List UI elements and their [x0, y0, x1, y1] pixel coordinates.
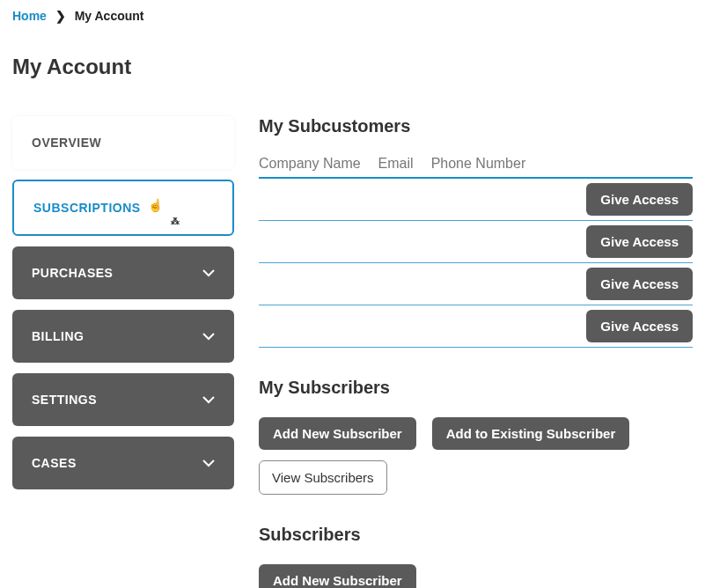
nav-purchases-label: PURCHASES	[32, 266, 113, 280]
give-access-button[interactable]: Give Access	[586, 183, 693, 216]
page-title: My Account	[12, 55, 693, 79]
chevron-down-icon	[202, 330, 215, 342]
nav-settings-label: SETTINGS	[32, 393, 97, 407]
add-to-existing-subscriber-button[interactable]: Add to Existing Subscriber	[432, 417, 630, 450]
nav-cases[interactable]: CASES	[12, 437, 234, 489]
nav-settings[interactable]: SETTINGS	[12, 373, 234, 426]
nav-cases-label: CASES	[32, 456, 77, 470]
give-access-button[interactable]: Give Access	[586, 310, 693, 342]
add-new-subscriber-button[interactable]: Add New Subscriber	[259, 417, 416, 450]
col-company: Company Name	[259, 156, 361, 172]
main-content: My Subcustomers Company Name Email Phone…	[259, 116, 693, 588]
table-row: Give Access	[259, 221, 693, 263]
col-email: Email	[378, 156, 414, 172]
table-row: Give Access	[259, 263, 693, 305]
subscribers-title: My Subscribers	[259, 378, 693, 398]
breadcrumb-current: My Account	[75, 9, 144, 23]
sidebar: OVERVIEW SUBSCRIPTIONS ☝ ⁂ PURCHASES BIL…	[12, 116, 234, 588]
view-subscribers-button[interactable]: View Subscribers	[259, 460, 387, 495]
chevron-down-icon	[202, 393, 215, 406]
nav-subscriptions-label: SUBSCRIPTIONS	[33, 201, 141, 215]
chevron-down-icon	[202, 267, 215, 279]
add-new-subscriber-button-2[interactable]: Add New Subscriber	[259, 564, 416, 588]
table-row: Give Access	[259, 179, 693, 221]
cursor-icon: ☝	[148, 198, 164, 212]
give-access-button[interactable]: Give Access	[586, 225, 693, 258]
col-phone: Phone Number	[431, 156, 526, 172]
nav-subscriptions[interactable]: SUBSCRIPTIONS ☝ ⁂	[12, 180, 234, 236]
breadcrumb-home-link[interactable]: Home	[12, 9, 47, 23]
nav-overview-label: OVERVIEW	[32, 136, 101, 150]
nav-billing[interactable]: BILLING	[12, 310, 234, 363]
breadcrumb: Home ❯ My Account	[12, 9, 693, 23]
nav-billing-label: BILLING	[32, 329, 84, 343]
subcustomers-title: My Subcustomers	[259, 116, 693, 136]
chevron-right-icon: ❯	[55, 9, 66, 23]
nav-purchases[interactable]: PURCHASES	[12, 246, 234, 299]
loading-dots-icon: ⁂	[171, 217, 180, 226]
chevron-down-icon	[202, 457, 215, 469]
table-row: Give Access	[259, 305, 693, 348]
give-access-button[interactable]: Give Access	[586, 268, 693, 300]
table-header: Company Name Email Phone Number	[259, 156, 693, 179]
nav-overview[interactable]: OVERVIEW	[12, 116, 234, 169]
subscribers-section-title: Subscribers	[259, 525, 693, 545]
